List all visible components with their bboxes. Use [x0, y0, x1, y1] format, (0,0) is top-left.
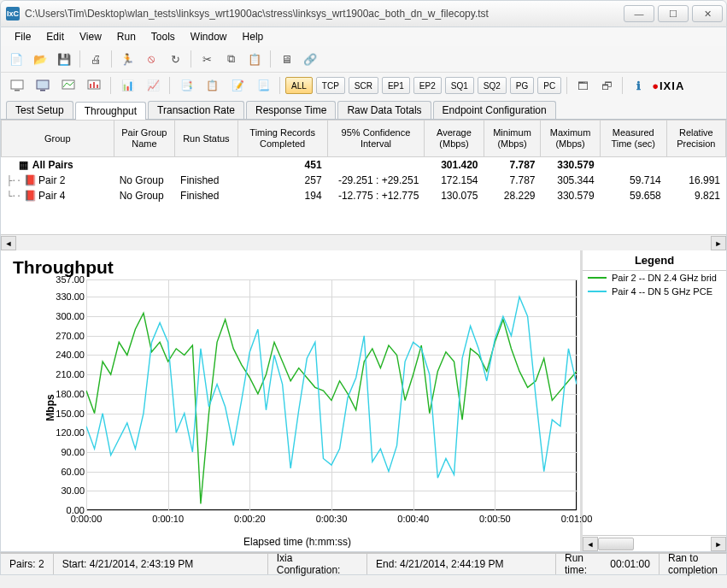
filter-all[interactable]: ALL — [285, 77, 313, 94]
close-button[interactable]: ✕ — [692, 5, 723, 22]
filter-tcp[interactable]: TCP — [316, 77, 345, 94]
view2-icon[interactable] — [32, 75, 54, 96]
col-mt[interactable]: Measured Time (sec) — [600, 121, 666, 157]
menu-run[interactable]: Run — [110, 29, 143, 44]
stop-icon[interactable]: ⦸ — [141, 49, 161, 69]
col-pairgroup[interactable]: Pair Group Name — [114, 121, 174, 157]
legend-item[interactable]: Pair 2 -- DN 2.4 GHz brid — [583, 271, 726, 285]
filter-scr[interactable]: SCR — [349, 77, 378, 94]
col-runstatus[interactable]: Run Status — [175, 121, 238, 157]
col-max[interactable]: Maximum (Mbps) — [541, 121, 600, 157]
window-icon[interactable]: 🗗 — [596, 75, 617, 96]
filter-ep2[interactable]: EP2 — [413, 77, 442, 94]
col-group[interactable]: Group — [2, 121, 114, 157]
table-row[interactable]: └·· 📕 Pair 4No GroupFinished194-12.775 :… — [2, 188, 726, 203]
filter-pg[interactable]: PG — [510, 77, 534, 94]
step-icon[interactable]: ↻ — [165, 49, 185, 69]
filter-ep1[interactable]: EP1 — [382, 77, 410, 94]
menu-edit[interactable]: Edit — [39, 29, 71, 44]
table-row[interactable]: ▦ All Pairs451301.4207.787330.579 — [2, 157, 726, 173]
run-icon[interactable]: 🏃 — [117, 49, 138, 69]
col-min[interactable]: Minimum (Mbps) — [484, 121, 541, 157]
doc1-icon[interactable]: 📑 — [175, 75, 197, 96]
svg-rect-3 — [40, 90, 45, 91]
sb-config: Ixia Configuration: — [268, 554, 367, 574]
menu-window[interactable]: Window — [184, 29, 234, 44]
legend-scroll-left-icon[interactable]: ◄ — [583, 537, 598, 551]
menu-help[interactable]: Help — [236, 29, 271, 44]
svg-rect-6 — [90, 84, 91, 88]
xtick-label: 0:00:00 — [71, 514, 103, 524]
sb-end: End: 4/21/2014, 2:44:19 PM — [367, 554, 556, 574]
ytick-label: 270.00 — [56, 331, 85, 341]
chart1-icon[interactable]: 📊 — [116, 75, 138, 96]
menu-view[interactable]: View — [73, 29, 108, 44]
view1-icon[interactable] — [6, 75, 28, 96]
xtick-label: 0:00:10 — [152, 514, 184, 524]
save-icon[interactable]: 💾 — [54, 49, 74, 69]
col-rp[interactable]: Relative Precision — [666, 121, 725, 157]
tab-endpoint-cfg[interactable]: Endpoint Configuration — [433, 101, 556, 119]
chart2-icon[interactable]: 📈 — [142, 75, 164, 96]
legend-hscroll[interactable]: ◄ ► — [583, 535, 726, 551]
svg-rect-0 — [11, 80, 23, 89]
filter-sq1[interactable]: SQ1 — [445, 77, 474, 94]
tab-throughput[interactable]: Throughput — [75, 102, 146, 120]
sb-start: Start: 4/21/2014, 2:43:19 PM — [54, 554, 268, 574]
page-icon[interactable]: 🗔 — [572, 75, 593, 96]
view4-icon[interactable] — [83, 75, 105, 96]
open-icon[interactable]: 📂 — [30, 49, 50, 69]
legend-scroll-right-icon[interactable]: ► — [711, 537, 726, 551]
endpoint-icon[interactable]: 🖥 — [276, 49, 296, 69]
chart-plot[interactable]: Mbps 0.0030.0060.0090.00120.00150.00180.… — [38, 279, 577, 536]
menu-file[interactable]: File — [8, 29, 38, 44]
tab-raw-data[interactable]: Raw Data Totals — [337, 101, 431, 119]
chart-title: Throughput — [13, 257, 577, 278]
doc3-icon[interactable]: 📝 — [226, 75, 249, 96]
toolbar-primary: 📄 📂 💾 🖨 🏃 ⦸ ↻ ✂ ⧉ 📋 🖥 🔗 — [0, 46, 727, 72]
filter-pc[interactable]: PC — [537, 77, 561, 94]
ytick-label: 180.00 — [56, 389, 85, 399]
chart-xlabel: Elapsed time (h:mm:ss) — [52, 536, 542, 548]
maximize-button[interactable]: ☐ — [658, 5, 689, 22]
legend-scroll-thumb[interactable] — [598, 538, 634, 550]
scroll-left-icon[interactable]: ◄ — [1, 236, 16, 250]
ytick-label: 300.00 — [56, 311, 85, 321]
new-icon[interactable]: 📄 — [6, 49, 26, 69]
table-row[interactable]: ├·· 📕 Pair 2No GroupFinished257-29.251 :… — [2, 173, 726, 188]
legend-pane: Legend Pair 2 -- DN 2.4 GHz bridPair 4 -… — [580, 250, 726, 551]
doc2-icon[interactable]: 📋 — [201, 75, 223, 96]
menu-tools[interactable]: Tools — [144, 29, 182, 44]
doc4-icon[interactable]: 📃 — [252, 75, 274, 96]
col-ci[interactable]: 95% Confidence Interval — [327, 121, 425, 157]
ytick-label: 60.00 — [61, 467, 85, 477]
pairs-icon[interactable]: 🔗 — [300, 49, 320, 69]
minimize-button[interactable]: — — [624, 5, 654, 22]
tab-test-setup[interactable]: Test Setup — [6, 101, 73, 119]
legend-item[interactable]: Pair 4 -- DN 5 GHz PCE — [583, 285, 726, 298]
info-icon[interactable]: ℹ — [628, 75, 648, 96]
results-grid: Group Pair Group Name Run Status Timing … — [0, 120, 727, 250]
title-bar: IxC C:\Users\Tim\Desktop\wlan_tests\link… — [0, 0, 727, 27]
ytick-label: 30.00 — [61, 485, 85, 496]
sb-completion: Ran to completion — [660, 554, 726, 574]
scroll-right-icon[interactable]: ► — [711, 236, 726, 250]
cut-icon[interactable]: ✂ — [196, 49, 217, 69]
grid-icon: ▦ — [18, 159, 30, 171]
view3-icon[interactable] — [57, 75, 79, 96]
tab-response-time[interactable]: Response Time — [246, 101, 336, 119]
sb-runtime: Run time: 00:01:00 — [556, 554, 660, 574]
filter-sq2[interactable]: SQ2 — [478, 77, 507, 94]
col-avg[interactable]: Average (Mbps) — [425, 121, 484, 157]
col-trc[interactable]: Timing Records Completed — [237, 121, 327, 157]
xtick-label: 0:00:50 — [479, 514, 511, 524]
copy-icon[interactable]: ⧉ — [220, 49, 241, 69]
grid-hscroll[interactable]: ◄ ► — [1, 234, 726, 250]
chart-ylabel: Mbps — [44, 394, 56, 420]
legend-title: Legend — [583, 250, 726, 271]
tab-transaction[interactable]: Transaction Rate — [148, 101, 244, 119]
print-icon[interactable]: 🖨 — [85, 49, 106, 69]
toolbar-secondary: 📊 📈 📑 📋 📝 📃 ALL TCP SCR EP1 EP2 SQ1 SQ2 … — [0, 72, 727, 98]
pair-icon: 📕 — [24, 190, 36, 202]
paste-icon[interactable]: 📋 — [244, 49, 265, 69]
